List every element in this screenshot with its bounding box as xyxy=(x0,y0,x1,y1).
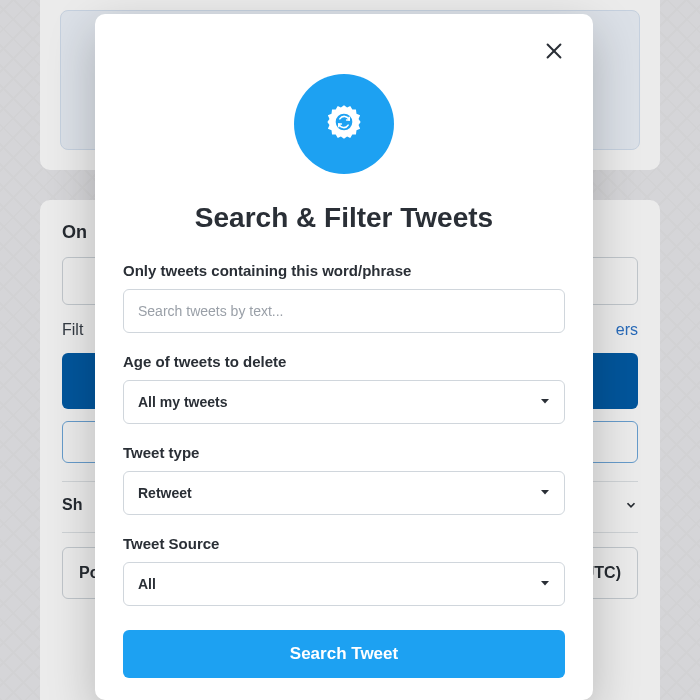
field-tweet-source: Tweet Source All xyxy=(123,535,565,606)
gear-sync-icon xyxy=(318,96,370,152)
close-button[interactable] xyxy=(539,38,569,68)
tweet-source-select[interactable]: All xyxy=(123,562,565,606)
field-age: Age of tweets to delete All my tweets xyxy=(123,353,565,424)
text-filter-input[interactable] xyxy=(123,289,565,333)
text-filter-label: Only tweets containing this word/phrase xyxy=(123,262,565,279)
field-tweet-type: Tweet type Retweet xyxy=(123,444,565,515)
search-filter-form: Only tweets containing this word/phrase … xyxy=(95,234,593,678)
tweet-type-label: Tweet type xyxy=(123,444,565,461)
age-select[interactable]: All my tweets xyxy=(123,380,565,424)
field-text-filter: Only tweets containing this word/phrase xyxy=(123,262,565,333)
modal-title: Search & Filter Tweets xyxy=(95,202,593,234)
close-icon xyxy=(543,40,565,66)
modal-header-icon-circle xyxy=(294,74,394,174)
search-tweet-button[interactable]: Search Tweet xyxy=(123,630,565,678)
tweet-source-label: Tweet Source xyxy=(123,535,565,552)
search-filter-tweets-modal: Search & Filter Tweets Only tweets conta… xyxy=(95,14,593,700)
age-label: Age of tweets to delete xyxy=(123,353,565,370)
tweet-type-select[interactable]: Retweet xyxy=(123,471,565,515)
